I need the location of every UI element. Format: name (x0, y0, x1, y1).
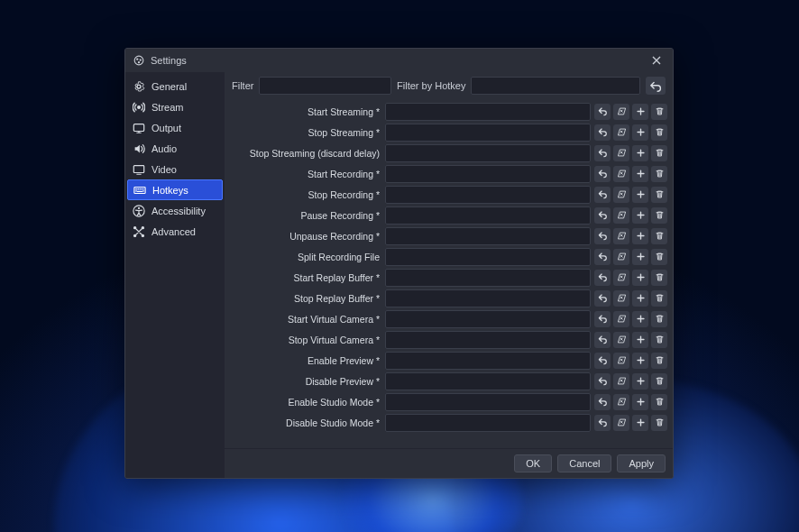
filter-by-hotkey-input[interactable] (471, 77, 640, 95)
trash-icon (655, 231, 665, 241)
hotkey-clear-button[interactable] (613, 166, 629, 182)
hotkey-clear-button[interactable] (613, 145, 629, 161)
hotkey-remove-button[interactable] (651, 228, 667, 244)
hotkey-clear-button[interactable] (613, 207, 629, 224)
hotkey-add-button[interactable] (632, 207, 648, 224)
hotkey-input[interactable] (385, 103, 591, 121)
sidebar-item-general[interactable]: General (125, 76, 225, 96)
sidebar-item-output[interactable]: Output (125, 117, 225, 138)
sidebar-item-video[interactable]: Video (125, 159, 225, 179)
hotkey-input[interactable] (385, 352, 591, 370)
hotkey-remove-button[interactable] (651, 166, 667, 182)
hotkey-clear-button[interactable] (613, 353, 629, 369)
hotkey-clear-button[interactable] (613, 124, 629, 141)
hotkey-add-button[interactable] (632, 290, 648, 307)
hotkey-revert-button[interactable] (594, 228, 611, 244)
hotkey-revert-button[interactable] (594, 187, 611, 203)
hotkey-input[interactable] (385, 414, 591, 432)
hotkey-add-button[interactable] (632, 228, 648, 244)
hotkey-add-button[interactable] (632, 311, 648, 327)
sidebar-item-hotkeys[interactable]: Hotkeys (127, 179, 223, 200)
hotkey-clear-button[interactable] (613, 394, 629, 410)
hotkey-clear-button[interactable] (613, 187, 629, 203)
hotkey-remove-button[interactable] (651, 394, 667, 410)
hotkey-input[interactable] (385, 289, 591, 307)
hotkey-input[interactable] (385, 227, 591, 245)
hotkey-input[interactable] (385, 206, 591, 225)
hotkey-add-button[interactable] (632, 145, 648, 161)
hotkey-clear-button[interactable] (613, 270, 629, 286)
hotkey-input[interactable] (385, 310, 591, 328)
filter-input[interactable] (259, 77, 391, 95)
hotkey-revert-button[interactable] (594, 207, 611, 224)
hotkey-remove-button[interactable] (651, 353, 667, 369)
hotkey-add-button[interactable] (632, 249, 648, 265)
sidebar-item-accessibility[interactable]: Accessibility (125, 200, 225, 221)
hotkey-clear-button[interactable] (613, 290, 629, 307)
hotkey-remove-button[interactable] (651, 270, 667, 286)
hotkey-clear-button[interactable] (613, 249, 629, 265)
hotkey-remove-button[interactable] (651, 145, 667, 161)
hotkey-input[interactable] (385, 165, 591, 183)
hotkey-revert-button[interactable] (594, 332, 611, 348)
sidebar-item-audio[interactable]: Audio (125, 138, 225, 159)
hotkey-add-button[interactable] (632, 353, 648, 369)
hotkey-remove-button[interactable] (651, 332, 667, 348)
hotkey-button-group (594, 166, 667, 182)
apply-button[interactable]: Apply (617, 454, 666, 472)
hotkey-add-button[interactable] (632, 104, 648, 120)
hotkey-revert-button[interactable] (594, 415, 611, 431)
ok-button[interactable]: OK (514, 454, 552, 472)
hotkey-revert-button[interactable] (594, 166, 611, 182)
hotkey-clear-button[interactable] (613, 332, 629, 348)
hotkey-list[interactable]: Start Streaming *Stop Streaming *Stop St… (225, 99, 673, 448)
hotkey-input[interactable] (385, 269, 591, 287)
close-button[interactable] (647, 51, 666, 69)
hotkey-add-button[interactable] (632, 415, 648, 431)
hotkey-revert-button[interactable] (594, 290, 611, 307)
hotkey-revert-button[interactable] (594, 104, 611, 120)
hotkey-revert-button[interactable] (594, 270, 611, 286)
hotkey-remove-button[interactable] (651, 415, 667, 431)
hotkey-clear-button[interactable] (613, 104, 629, 120)
hotkey-remove-button[interactable] (651, 207, 667, 224)
trash-icon (655, 417, 665, 427)
hotkey-input[interactable] (385, 393, 591, 411)
hotkey-remove-button[interactable] (651, 124, 667, 141)
hotkey-add-button[interactable] (632, 270, 648, 286)
hotkey-revert-button[interactable] (594, 394, 611, 410)
hotkey-clear-button[interactable] (613, 415, 629, 431)
hotkey-input[interactable] (385, 144, 591, 162)
hotkey-input[interactable] (385, 124, 591, 142)
hotkey-revert-button[interactable] (594, 373, 611, 390)
hotkey-add-button[interactable] (632, 394, 648, 410)
hotkey-add-button[interactable] (632, 187, 648, 203)
hotkey-clear-button[interactable] (613, 373, 629, 390)
reset-filter-button[interactable] (646, 77, 666, 95)
cancel-button[interactable]: Cancel (557, 454, 611, 472)
hotkey-remove-button[interactable] (651, 104, 667, 120)
sidebar-item-label: General (152, 81, 187, 92)
hotkey-input[interactable] (385, 186, 591, 204)
hotkey-revert-button[interactable] (594, 311, 611, 327)
hotkey-remove-button[interactable] (651, 249, 667, 265)
hotkey-revert-button[interactable] (594, 124, 611, 141)
hotkey-revert-button[interactable] (594, 145, 611, 161)
hotkey-clear-button[interactable] (613, 228, 629, 244)
hotkey-input[interactable] (385, 331, 591, 349)
hotkey-remove-button[interactable] (651, 187, 667, 203)
hotkey-remove-button[interactable] (651, 311, 667, 327)
hotkey-remove-button[interactable] (651, 290, 667, 307)
hotkey-revert-button[interactable] (594, 249, 611, 265)
hotkey-clear-button[interactable] (613, 311, 629, 327)
hotkey-remove-button[interactable] (651, 373, 667, 390)
sidebar-item-advanced[interactable]: Advanced (125, 221, 225, 242)
hotkey-input[interactable] (385, 248, 591, 266)
hotkey-add-button[interactable] (632, 124, 648, 141)
hotkey-add-button[interactable] (632, 332, 648, 348)
sidebar-item-stream[interactable]: Stream (125, 96, 225, 117)
hotkey-input[interactable] (385, 372, 591, 390)
hotkey-add-button[interactable] (632, 166, 648, 182)
hotkey-add-button[interactable] (632, 373, 648, 390)
hotkey-revert-button[interactable] (594, 353, 611, 369)
